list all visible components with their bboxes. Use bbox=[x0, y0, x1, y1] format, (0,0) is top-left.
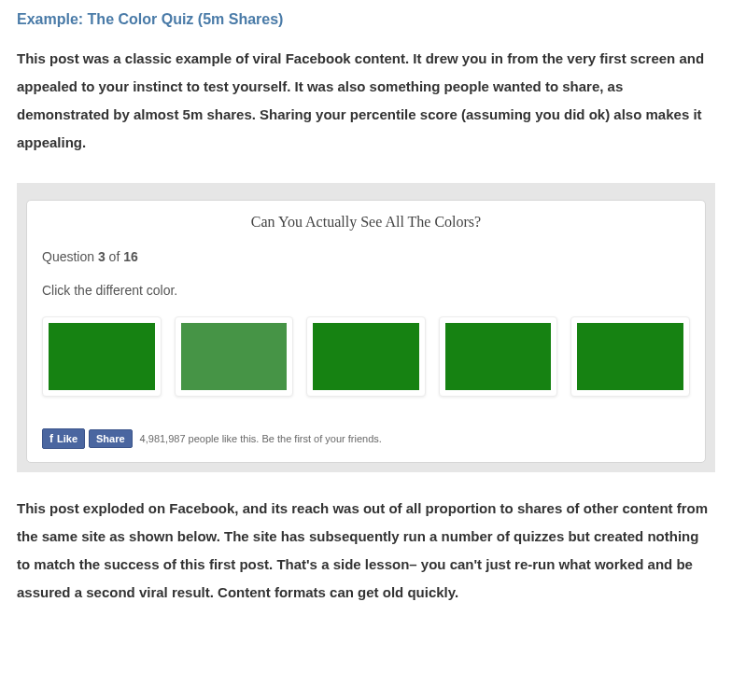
color-swatch[interactable] bbox=[306, 316, 426, 397]
question-counter: Question 3 of 16 bbox=[42, 249, 690, 264]
question-total: 16 bbox=[123, 249, 138, 264]
quiz-instruction: Click the different color. bbox=[42, 283, 690, 298]
outro-paragraph: This post exploded on Facebook, and its … bbox=[17, 495, 715, 607]
question-prefix: Question bbox=[42, 249, 98, 264]
quiz-widget-wrapper: Can You Actually See All The Colors? Que… bbox=[17, 183, 715, 472]
example-heading: Example: The Color Quiz (5m Shares) bbox=[17, 11, 715, 28]
share-label: Share bbox=[96, 433, 125, 444]
question-of: of bbox=[106, 249, 123, 264]
like-label: Like bbox=[57, 433, 77, 444]
swatch-inner bbox=[577, 323, 683, 390]
swatch-inner bbox=[181, 323, 288, 390]
color-swatch[interactable] bbox=[175, 316, 294, 397]
swatch-inner bbox=[49, 323, 155, 390]
color-swatch[interactable] bbox=[439, 316, 558, 397]
swatch-inner bbox=[445, 323, 552, 390]
color-swatch[interactable] bbox=[42, 316, 162, 397]
facebook-icon: f bbox=[49, 432, 53, 445]
swatch-inner bbox=[313, 323, 419, 390]
quiz-title: Can You Actually See All The Colors? bbox=[42, 214, 690, 231]
like-count-text: 4,981,987 people like this. Be the first… bbox=[140, 433, 382, 444]
swatch-row bbox=[42, 316, 690, 397]
facebook-bar: f Like Share 4,981,987 people like this.… bbox=[42, 428, 690, 449]
share-button[interactable]: Share bbox=[89, 429, 133, 448]
question-current: 3 bbox=[98, 249, 106, 264]
like-button[interactable]: f Like bbox=[42, 428, 85, 449]
quiz-card: Can You Actually See All The Colors? Que… bbox=[26, 200, 706, 463]
color-swatch[interactable] bbox=[570, 316, 690, 397]
intro-paragraph: This post was a classic example of viral… bbox=[17, 45, 715, 157]
